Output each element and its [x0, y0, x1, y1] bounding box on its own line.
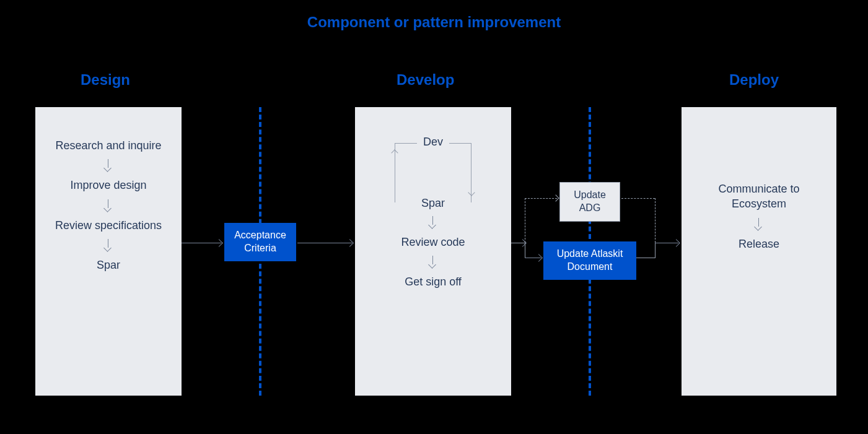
diagram-title: Component or pattern improvement	[0, 14, 868, 31]
dev-spar-loop: Dev Spar	[384, 136, 483, 210]
loop-label-dev: Dev	[417, 136, 449, 149]
arrow-design-to-acceptance	[182, 243, 221, 243]
deploy-step-communicate: Communicate to Ecosystem	[693, 181, 825, 212]
arrow-to-adg-head	[552, 194, 559, 201]
develop-step-review-code: Review code	[366, 235, 500, 250]
phase-label-design: Design	[81, 71, 130, 89]
connector-down	[525, 243, 525, 258]
connector-adg-down-dashed	[655, 198, 655, 243]
gate-update-atlaskit: Update Atlaskit Document	[543, 241, 636, 280]
down-arrow-icon	[429, 216, 437, 228]
loop-label-spar: Spar	[415, 197, 451, 210]
develop-box: Dev Spar Review code Get sign off	[355, 107, 511, 396]
design-box: Research and inquire Improve design Revi…	[35, 107, 182, 396]
arrow-to-atlaskit	[525, 258, 541, 258]
design-step-spar: Spar	[46, 258, 170, 272]
gate-acceptance-criteria: Acceptance Criteria	[224, 223, 296, 261]
connector-stem	[511, 243, 525, 243]
connector-up-dashed	[525, 198, 525, 243]
deploy-step-release: Release	[693, 237, 825, 251]
arrow-acceptance-to-develop	[297, 243, 352, 243]
gate-update-adg: Update ADG	[559, 182, 620, 222]
phase-label-deploy: Deploy	[729, 71, 779, 89]
connector-atlaskit-right	[636, 258, 655, 258]
arrow-to-deploy	[655, 243, 678, 243]
develop-step-signoff: Get sign off	[366, 274, 500, 289]
down-arrow-icon	[104, 199, 113, 212]
deploy-box: Communicate to Ecosystem Release	[682, 107, 836, 396]
design-step-review: Review specifications	[46, 218, 170, 233]
loop-down-arrow-icon	[468, 189, 475, 196]
down-arrow-icon	[104, 159, 113, 171]
loop-up-arrow-icon	[391, 149, 398, 156]
design-step-improve: Improve design	[46, 178, 170, 193]
phase-label-develop: Develop	[397, 71, 454, 89]
design-step-research: Research and inquire	[46, 138, 170, 153]
connector-atlaskit-up	[655, 243, 655, 258]
connector-adg-right-dashed	[621, 198, 655, 199]
down-arrow-icon	[755, 218, 763, 230]
down-arrow-icon	[104, 239, 113, 251]
down-arrow-icon	[429, 256, 437, 268]
